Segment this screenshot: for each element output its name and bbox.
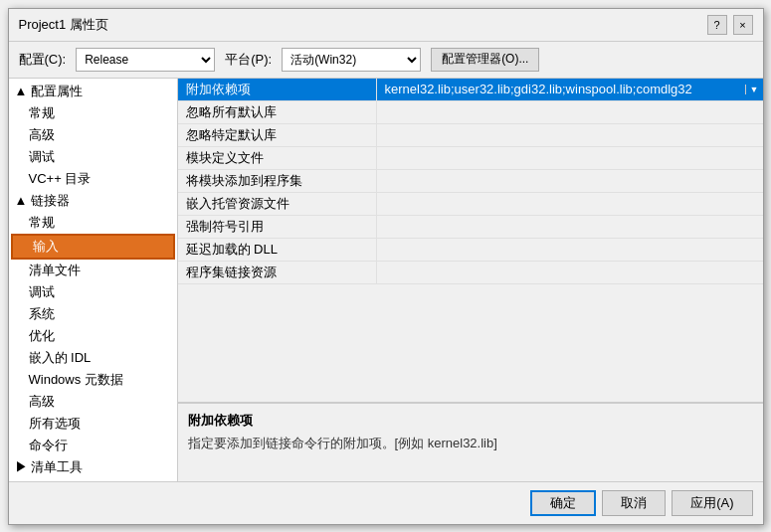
- prop-name-assembly-link: 程序集链接资源: [178, 262, 377, 283]
- cancel-button[interactable]: 取消: [602, 490, 666, 516]
- title-bar: Project1 属性页 ? ×: [9, 9, 763, 42]
- prop-value-add-module: [377, 179, 763, 183]
- sidebar-item-system[interactable]: 系统: [9, 303, 177, 325]
- sidebar-item-linker-input[interactable]: 输入: [11, 234, 175, 260]
- prop-value-ignore-all-default: [377, 110, 763, 114]
- sidebar-item-label-linker-general: 常规: [29, 214, 55, 232]
- dialog-title: Project1 属性页: [19, 16, 108, 34]
- prop-value-delay-load: [377, 248, 763, 252]
- prop-row-force-symbol[interactable]: 强制符号引用: [178, 216, 763, 239]
- title-buttons: ? ×: [707, 15, 753, 35]
- sidebar-item-all-options[interactable]: 所有选项: [9, 413, 177, 435]
- properties-dialog: Project1 属性页 ? × 配置(C): Release 平台(P): 活…: [8, 8, 764, 525]
- prop-name-embed-managed: 嵌入托管资源文件: [178, 193, 377, 215]
- close-button[interactable]: ×: [733, 15, 753, 35]
- apply-button[interactable]: 应用(A): [672, 490, 752, 516]
- info-title: 附加依赖项: [188, 412, 753, 430]
- manager-button[interactable]: 配置管理器(O)...: [431, 48, 539, 72]
- property-table: 附加依赖项kernel32.lib;user32.lib;gdi32.lib;w…: [178, 79, 763, 402]
- sidebar-item-label-advanced: 高级: [29, 126, 55, 144]
- sidebar-item-manifest-file[interactable]: 清单文件: [9, 260, 177, 281]
- sidebar-item-label-advanced2: 高级: [29, 393, 55, 411]
- info-description: 指定要添加到链接命令行的附加项。[例如 kernel32.lib]: [188, 434, 753, 453]
- config-label: 配置(C):: [19, 51, 67, 69]
- prop-name-additional-deps: 附加依赖项: [178, 79, 377, 100]
- sidebar-item-cmdline[interactable]: 命令行: [9, 435, 177, 456]
- prop-value-assembly-link: [377, 270, 763, 274]
- sidebar-item-label-config-root: ▲ 配置属性: [15, 83, 83, 100]
- help-button[interactable]: ?: [707, 15, 727, 35]
- sidebar-item-label-vc-dirs: VC++ 目录: [29, 170, 92, 188]
- sidebar-item-label-system: 系统: [29, 305, 55, 323]
- toolbar: 配置(C): Release 平台(P): 活动(Win32) 配置管理器(O)…: [9, 42, 763, 79]
- prop-dropdown-arrow[interactable]: ▼: [745, 85, 763, 94]
- sidebar-item-advanced[interactable]: 高级: [9, 124, 177, 146]
- prop-row-delay-load[interactable]: 延迟加载的 DLL: [178, 239, 763, 262]
- prop-name-delay-load: 延迟加载的 DLL: [178, 239, 377, 261]
- prop-value-module-def: [377, 156, 763, 160]
- main-content: ▲ 配置属性常规高级调试VC++ 目录▲ 链接器常规输入清单文件调试系统优化嵌入…: [9, 79, 763, 481]
- sidebar-item-label-debug: 调试: [29, 148, 55, 166]
- prop-row-module-def[interactable]: 模块定义文件: [178, 147, 763, 170]
- config-select[interactable]: Release: [76, 48, 215, 72]
- sidebar-item-label-manifest-tool: ▶ 清单工具: [15, 458, 84, 476]
- prop-row-ignore-specific[interactable]: 忽略特定默认库: [178, 124, 763, 147]
- ok-button[interactable]: 确定: [530, 490, 596, 516]
- sidebar-item-advanced2[interactable]: 高级: [9, 391, 177, 413]
- sidebar-item-optimize[interactable]: 优化: [9, 325, 177, 347]
- sidebar-item-label-linker-input: 输入: [33, 238, 59, 256]
- prop-row-embed-managed[interactable]: 嵌入托管资源文件: [178, 193, 763, 216]
- sidebar-tree: ▲ 配置属性常规高级调试VC++ 目录▲ 链接器常规输入清单文件调试系统优化嵌入…: [9, 79, 178, 481]
- sidebar-item-general[interactable]: 常规: [9, 102, 177, 124]
- prop-name-module-def: 模块定义文件: [178, 147, 377, 169]
- footer: 确定 取消 应用(A): [9, 481, 763, 524]
- prop-name-ignore-specific: 忽略特定默认库: [178, 124, 377, 146]
- prop-row-ignore-all-default[interactable]: 忽略所有默认库: [178, 101, 763, 124]
- prop-name-ignore-all-default: 忽略所有默认库: [178, 101, 377, 123]
- sidebar-item-label-optimize: 优化: [29, 327, 55, 345]
- sidebar-item-label-linker-root: ▲ 链接器: [15, 192, 70, 210]
- sidebar-item-label-general: 常规: [29, 104, 55, 122]
- sidebar-item-embedded-idl[interactable]: 嵌入的 IDL: [9, 347, 177, 369]
- prop-name-force-symbol: 强制符号引用: [178, 216, 377, 238]
- prop-row-add-module[interactable]: 将模块添加到程序集: [178, 170, 763, 193]
- sidebar-item-label-all-options: 所有选项: [29, 415, 81, 433]
- prop-row-assembly-link[interactable]: 程序集链接资源: [178, 262, 763, 284]
- prop-value-force-symbol: [377, 225, 763, 229]
- platform-label: 平台(P):: [225, 51, 272, 69]
- sidebar-item-label-embedded-idl: 嵌入的 IDL: [29, 349, 92, 367]
- sidebar-item-debug2[interactable]: 调试: [9, 281, 177, 303]
- prop-value-input-additional-deps[interactable]: kernel32.lib;user32.lib;gdi32.lib;winspo…: [377, 80, 745, 98]
- sidebar-item-vc-dirs[interactable]: VC++ 目录: [9, 168, 177, 190]
- sidebar-item-linker-general[interactable]: 常规: [9, 212, 177, 234]
- sidebar-item-manifest-tool[interactable]: ▶ 清单工具: [9, 456, 177, 478]
- sidebar-item-config-root[interactable]: ▲ 配置属性: [9, 81, 177, 102]
- sidebar-item-linker-root[interactable]: ▲ 链接器: [9, 190, 177, 212]
- sidebar-item-label-cmdline: 命令行: [29, 437, 68, 454]
- sidebar-item-label-windows-meta: Windows 元数据: [29, 371, 123, 389]
- prop-row-additional-deps[interactable]: 附加依赖项kernel32.lib;user32.lib;gdi32.lib;w…: [178, 79, 763, 101]
- prop-value-ignore-specific: [377, 133, 763, 137]
- sidebar-item-label-manifest-file: 清单文件: [29, 262, 81, 279]
- platform-select[interactable]: 活动(Win32): [282, 48, 421, 72]
- info-panel: 附加依赖项 指定要添加到链接命令行的附加项。[例如 kernel32.lib]: [178, 402, 763, 481]
- sidebar-item-debug[interactable]: 调试: [9, 146, 177, 168]
- prop-value-embed-managed: [377, 202, 763, 206]
- right-panel: 附加依赖项kernel32.lib;user32.lib;gdi32.lib;w…: [178, 79, 763, 481]
- prop-name-add-module: 将模块添加到程序集: [178, 170, 377, 192]
- sidebar-item-windows-meta[interactable]: Windows 元数据: [9, 369, 177, 391]
- sidebar-item-label-debug2: 调试: [29, 283, 55, 301]
